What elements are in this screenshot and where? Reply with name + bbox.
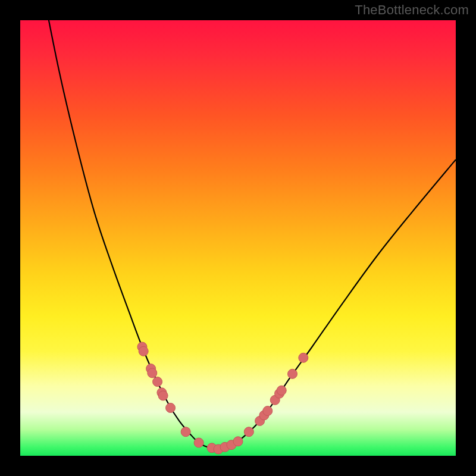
data-marker (181, 427, 190, 437)
data-marker (244, 427, 253, 437)
data-marker (233, 437, 243, 446)
data-marker (158, 391, 168, 400)
chart-frame: TheBottleneck.com (0, 0, 476, 476)
watermark-text: TheBottleneck.com (355, 2, 469, 18)
plot-area (20, 20, 456, 456)
data-marker (194, 438, 203, 447)
bottleneck-curve (20, 0, 456, 449)
data-marker (299, 353, 308, 362)
data-marker (263, 406, 273, 416)
data-marker (139, 346, 148, 356)
data-marker (148, 368, 157, 378)
data-marker (153, 377, 162, 387)
chart-svg (20, 20, 456, 456)
data-marker (277, 386, 286, 395)
data-marker (288, 369, 298, 378)
data-marker (166, 403, 176, 412)
